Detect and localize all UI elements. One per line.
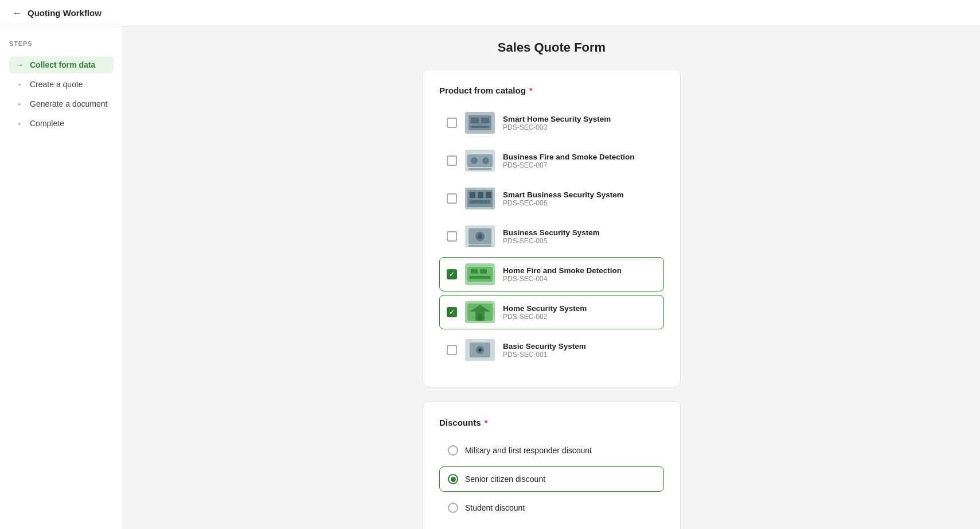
product-checkbox-pds-sec-003[interactable] [447, 118, 457, 128]
page-title: Sales Quote Form [146, 40, 957, 55]
product-image-pds-sec-003 [465, 112, 495, 134]
sidebar-item-label: Create a quote [30, 80, 83, 89]
radio-military[interactable] [448, 445, 458, 456]
svg-rect-12 [470, 192, 475, 198]
svg-rect-4 [471, 126, 489, 128]
discounts-section-title: Discounts * [439, 418, 664, 427]
back-button[interactable]: ← [11, 7, 23, 19]
required-star: * [527, 85, 533, 95]
product-info-pds-sec-003: Smart Home Security System PDS-SEC-003 [503, 115, 657, 131]
dot-icon: ● [15, 119, 24, 128]
svg-rect-14 [486, 192, 491, 198]
product-checkbox-pds-sec-006[interactable] [447, 193, 457, 204]
product-name: Business Security System [503, 228, 657, 237]
svg-rect-15 [470, 200, 490, 204]
main-layout: STEPS → Collect form data ● Create a quo… [0, 26, 980, 529]
product-sku: PDS-SEC-005 [503, 237, 657, 245]
svg-rect-2 [471, 118, 479, 123]
product-name: Smart Business Security System [503, 190, 657, 199]
product-item-pds-sec-006[interactable]: Smart Business Security System PDS-SEC-0… [439, 181, 664, 216]
product-info-pds-sec-007: Business Fire and Smoke Detection PDS-SE… [503, 153, 657, 169]
product-info-pds-sec-004: Home Fire and Smoke Detection PDS-SEC-00… [503, 266, 657, 283]
svg-rect-9 [468, 168, 491, 170]
product-info-pds-sec-002: Home Security System PDS-SEC-002 [503, 304, 657, 321]
discount-item-military[interactable]: Military and first responder discount [439, 438, 664, 463]
product-image-pds-sec-007 [465, 150, 495, 172]
product-item-pds-sec-005[interactable]: Business Security System PDS-SEC-005 [439, 219, 664, 254]
product-info-pds-sec-001: Basic Security System PDS-SEC-001 [503, 342, 657, 359]
workflow-title: Quoting Workflow [28, 8, 101, 18]
steps-label: STEPS [9, 40, 114, 47]
product-checkbox-pds-sec-005[interactable] [447, 231, 457, 242]
svg-rect-3 [481, 118, 489, 123]
sidebar-item-label: Complete [30, 119, 64, 128]
content-area: Sales Quote Form Product from catalog * [123, 26, 980, 529]
svg-rect-22 [467, 267, 493, 282]
product-item-pds-sec-004[interactable]: ✓ Home Fire and Smoke Detection PDS-SEC-… [439, 257, 664, 291]
product-sku: PDS-SEC-003 [503, 123, 657, 131]
product-sku: PDS-SEC-002 [503, 313, 657, 321]
product-checkbox-pds-sec-007[interactable] [447, 155, 457, 166]
product-sku: PDS-SEC-007 [503, 161, 657, 169]
product-name: Smart Home Security System [503, 115, 657, 123]
sidebar-item-label: Collect form data [30, 60, 95, 69]
dot-icon: ● [15, 99, 24, 108]
product-item-pds-sec-007[interactable]: Business Fire and Smoke Detection PDS-SE… [439, 143, 664, 178]
product-item-pds-sec-001[interactable]: Basic Security System PDS-SEC-001 [439, 333, 664, 367]
discount-item-student[interactable]: Student discount [439, 495, 664, 520]
sidebar-item-generate-document[interactable]: ● Generate a document [9, 95, 114, 112]
products-section-title: Product from catalog * [439, 85, 664, 95]
product-sku: PDS-SEC-004 [503, 275, 657, 283]
svg-rect-24 [480, 269, 487, 274]
discount-label: Senior citizen discount [465, 474, 545, 484]
svg-point-8 [482, 157, 489, 164]
product-image-pds-sec-005 [465, 225, 495, 247]
svg-point-19 [478, 234, 482, 239]
svg-rect-30 [478, 314, 482, 321]
svg-rect-25 [470, 276, 490, 279]
product-info-pds-sec-006: Smart Business Security System PDS-SEC-0… [503, 190, 657, 207]
product-name: Home Security System [503, 304, 657, 313]
arrow-icon: → [15, 60, 24, 69]
products-card: Product from catalog * Smart Home Securi… [423, 69, 681, 387]
discount-label: Student discount [465, 503, 525, 512]
product-name: Business Fire and Smoke Detection [503, 153, 657, 161]
product-info-pds-sec-005: Business Security System PDS-SEC-005 [503, 228, 657, 245]
svg-rect-20 [468, 245, 491, 247]
product-checkbox-pds-sec-001[interactable] [447, 345, 457, 355]
svg-point-7 [471, 157, 478, 164]
sidebar-item-label: Generate a document [30, 99, 107, 108]
product-image-pds-sec-004 [465, 263, 495, 285]
radio-student[interactable] [448, 503, 458, 513]
product-checkbox-pds-sec-004[interactable]: ✓ [447, 269, 457, 279]
product-sku: PDS-SEC-001 [503, 351, 657, 359]
sidebar: STEPS → Collect form data ● Create a quo… [0, 26, 123, 529]
svg-rect-23 [471, 269, 478, 274]
top-header: ← Quoting Workflow [0, 0, 980, 26]
svg-point-34 [478, 348, 482, 352]
product-item-pds-sec-002[interactable]: ✓ Home Security System PDS-SEC-002 [439, 295, 664, 329]
required-star: * [482, 418, 488, 427]
sidebar-item-collect-form-data[interactable]: → Collect form data [9, 56, 114, 73]
dot-icon: ● [15, 80, 24, 89]
product-name: Basic Security System [503, 342, 657, 351]
product-image-pds-sec-006 [465, 188, 495, 209]
product-checkbox-pds-sec-002[interactable]: ✓ [447, 307, 457, 317]
discount-item-senior[interactable]: Senior citizen discount [439, 466, 664, 492]
product-item-pds-sec-003[interactable]: Smart Home Security System PDS-SEC-003 [439, 106, 664, 140]
discounts-card: Discounts * Military and first responder… [423, 401, 681, 529]
product-name: Home Fire and Smoke Detection [503, 266, 657, 275]
radio-senior[interactable] [448, 474, 458, 484]
svg-rect-13 [478, 192, 483, 198]
product-image-pds-sec-002 [465, 301, 495, 323]
product-image-pds-sec-001 [465, 339, 495, 361]
product-sku: PDS-SEC-006 [503, 199, 657, 207]
discount-label: Military and first responder discount [465, 446, 592, 455]
sidebar-item-complete[interactable]: ● Complete [9, 115, 114, 132]
sidebar-item-create-quote[interactable]: ● Create a quote [9, 76, 114, 93]
